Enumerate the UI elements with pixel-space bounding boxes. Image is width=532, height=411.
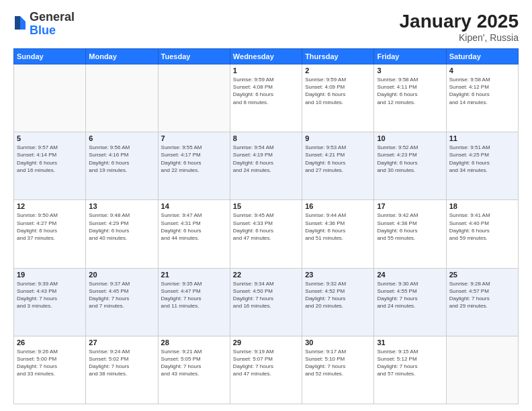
- day-number: 7: [161, 134, 227, 142]
- day-info: Sunrise: 9:48 AMSunset: 4:29 PMDaylight:…: [89, 212, 154, 242]
- day-number: 6: [89, 134, 154, 142]
- logo-icon: [13, 15, 27, 34]
- day-info: Sunrise: 9:28 AMSunset: 4:57 PMDaylight:…: [449, 280, 515, 310]
- header-tuesday: Tuesday: [158, 49, 230, 64]
- table-cell: 26Sunrise: 9:26 AMSunset: 5:00 PMDayligh…: [14, 336, 86, 404]
- table-cell: 25Sunrise: 9:28 AMSunset: 4:57 PMDayligh…: [446, 268, 518, 336]
- header-thursday: Thursday: [302, 49, 374, 64]
- day-info: Sunrise: 9:47 AMSunset: 4:31 PMDaylight:…: [161, 212, 227, 242]
- day-info: Sunrise: 9:34 AMSunset: 4:50 PMDaylight:…: [233, 280, 299, 310]
- table-cell: 16Sunrise: 9:44 AMSunset: 4:36 PMDayligh…: [302, 200, 374, 268]
- day-info: Sunrise: 9:24 AMSunset: 5:02 PMDaylight:…: [89, 348, 154, 378]
- table-cell: [446, 336, 518, 404]
- day-number: 15: [233, 202, 299, 210]
- day-number: 19: [17, 271, 83, 279]
- day-info: Sunrise: 9:53 AMSunset: 4:21 PMDaylight:…: [305, 144, 371, 174]
- table-cell: 11Sunrise: 9:51 AMSunset: 4:25 PMDayligh…: [446, 132, 518, 200]
- table-cell: 10Sunrise: 9:52 AMSunset: 4:23 PMDayligh…: [374, 132, 446, 200]
- day-number: 8: [233, 134, 299, 142]
- day-number: 9: [305, 134, 371, 142]
- table-cell: 9Sunrise: 9:53 AMSunset: 4:21 PMDaylight…: [302, 132, 374, 200]
- day-number: 22: [233, 271, 299, 279]
- day-number: 1: [233, 66, 299, 75]
- day-number: 29: [233, 338, 299, 347]
- table-cell: 15Sunrise: 9:45 AMSunset: 4:33 PMDayligh…: [230, 200, 302, 268]
- day-info: Sunrise: 9:37 AMSunset: 4:45 PMDaylight:…: [89, 280, 154, 310]
- day-info: Sunrise: 9:35 AMSunset: 4:47 PMDaylight:…: [161, 280, 227, 310]
- table-cell: 7Sunrise: 9:55 AMSunset: 4:17 PMDaylight…: [158, 132, 230, 200]
- header-wednesday: Wednesday: [230, 49, 302, 64]
- day-info: Sunrise: 9:52 AMSunset: 4:23 PMDaylight:…: [377, 144, 443, 174]
- day-info: Sunrise: 9:45 AMSunset: 4:33 PMDaylight:…: [233, 212, 299, 242]
- day-info: Sunrise: 9:59 AMSunset: 4:08 PMDaylight:…: [233, 76, 299, 106]
- day-number: 20: [89, 271, 154, 279]
- table-cell: 27Sunrise: 9:24 AMSunset: 5:02 PMDayligh…: [86, 336, 158, 404]
- day-number: 27: [89, 338, 154, 347]
- logo-blue-text: Blue: [30, 24, 56, 37]
- table-cell: [14, 64, 86, 132]
- week-row-0: 1Sunrise: 9:59 AMSunset: 4:08 PMDaylight…: [14, 64, 519, 132]
- table-cell: 22Sunrise: 9:34 AMSunset: 4:50 PMDayligh…: [230, 268, 302, 336]
- day-number: 5: [17, 134, 83, 142]
- table-cell: 20Sunrise: 9:37 AMSunset: 4:45 PMDayligh…: [86, 268, 158, 336]
- header-sunday: Sunday: [14, 49, 86, 64]
- day-number: 24: [377, 271, 443, 279]
- header-saturday: Saturday: [446, 49, 518, 64]
- table-cell: 18Sunrise: 9:41 AMSunset: 4:40 PMDayligh…: [446, 200, 518, 268]
- day-number: 31: [377, 338, 443, 347]
- day-info: Sunrise: 9:30 AMSunset: 4:55 PMDaylight:…: [377, 280, 443, 310]
- day-info: Sunrise: 9:57 AMSunset: 4:14 PMDaylight:…: [17, 144, 83, 174]
- day-number: 10: [377, 134, 443, 142]
- table-cell: 1Sunrise: 9:59 AMSunset: 4:08 PMDaylight…: [230, 64, 302, 132]
- title-block: January 2025 Kipen', Russia: [400, 11, 519, 43]
- day-info: Sunrise: 9:17 AMSunset: 5:10 PMDaylight:…: [305, 348, 371, 378]
- table-cell: 28Sunrise: 9:21 AMSunset: 5:05 PMDayligh…: [158, 336, 230, 404]
- table-cell: 30Sunrise: 9:17 AMSunset: 5:10 PMDayligh…: [302, 336, 374, 404]
- svg-rect-2: [15, 16, 20, 30]
- day-number: 26: [17, 338, 83, 347]
- table-cell: 13Sunrise: 9:48 AMSunset: 4:29 PMDayligh…: [86, 200, 158, 268]
- page: General Blue January 2025 Kipen', Russia…: [0, 0, 532, 411]
- day-info: Sunrise: 9:54 AMSunset: 4:19 PMDaylight:…: [233, 144, 299, 174]
- day-info: Sunrise: 9:39 AMSunset: 4:43 PMDaylight:…: [17, 280, 83, 310]
- header-monday: Monday: [86, 49, 158, 64]
- header-friday: Friday: [374, 49, 446, 64]
- table-cell: 14Sunrise: 9:47 AMSunset: 4:31 PMDayligh…: [158, 200, 230, 268]
- week-row-3: 19Sunrise: 9:39 AMSunset: 4:43 PMDayligh…: [14, 268, 519, 336]
- day-info: Sunrise: 9:55 AMSunset: 4:17 PMDaylight:…: [161, 144, 227, 174]
- table-cell: 12Sunrise: 9:50 AMSunset: 4:27 PMDayligh…: [14, 200, 86, 268]
- svg-marker-1: [20, 21, 26, 30]
- table-cell: 21Sunrise: 9:35 AMSunset: 4:47 PMDayligh…: [158, 268, 230, 336]
- day-number: 14: [161, 202, 227, 210]
- table-cell: 4Sunrise: 9:58 AMSunset: 4:12 PMDaylight…: [446, 64, 518, 132]
- week-row-2: 12Sunrise: 9:50 AMSunset: 4:27 PMDayligh…: [14, 200, 519, 268]
- table-cell: 29Sunrise: 9:19 AMSunset: 5:07 PMDayligh…: [230, 336, 302, 404]
- weekday-header-row: Sunday Monday Tuesday Wednesday Thursday…: [14, 49, 519, 64]
- table-cell: [86, 64, 158, 132]
- day-number: 4: [449, 66, 515, 75]
- day-info: Sunrise: 9:26 AMSunset: 5:00 PMDaylight:…: [17, 348, 83, 378]
- table-cell: 24Sunrise: 9:30 AMSunset: 4:55 PMDayligh…: [374, 268, 446, 336]
- table-cell: 6Sunrise: 9:56 AMSunset: 4:16 PMDaylight…: [86, 132, 158, 200]
- calendar-table: Sunday Monday Tuesday Wednesday Thursday…: [13, 48, 519, 404]
- svg-marker-0: [20, 16, 26, 21]
- day-number: 2: [305, 66, 371, 75]
- table-cell: 8Sunrise: 9:54 AMSunset: 4:19 PMDaylight…: [230, 132, 302, 200]
- table-cell: 23Sunrise: 9:32 AMSunset: 4:52 PMDayligh…: [302, 268, 374, 336]
- month-title: January 2025: [400, 11, 519, 32]
- day-info: Sunrise: 9:50 AMSunset: 4:27 PMDaylight:…: [17, 212, 83, 242]
- day-info: Sunrise: 9:19 AMSunset: 5:07 PMDaylight:…: [233, 348, 299, 378]
- week-row-4: 26Sunrise: 9:26 AMSunset: 5:00 PMDayligh…: [14, 336, 519, 404]
- day-number: 11: [449, 134, 515, 142]
- day-number: 12: [17, 202, 83, 210]
- table-cell: 17Sunrise: 9:42 AMSunset: 4:38 PMDayligh…: [374, 200, 446, 268]
- day-info: Sunrise: 9:58 AMSunset: 4:11 PMDaylight:…: [377, 76, 443, 106]
- day-info: Sunrise: 9:58 AMSunset: 4:12 PMDaylight:…: [449, 76, 515, 106]
- table-cell: 5Sunrise: 9:57 AMSunset: 4:14 PMDaylight…: [14, 132, 86, 200]
- table-cell: 19Sunrise: 9:39 AMSunset: 4:43 PMDayligh…: [14, 268, 86, 336]
- day-info: Sunrise: 9:42 AMSunset: 4:38 PMDaylight:…: [377, 212, 443, 242]
- day-info: Sunrise: 9:32 AMSunset: 4:52 PMDaylight:…: [305, 280, 371, 310]
- day-number: 13: [89, 202, 154, 210]
- day-number: 28: [161, 338, 227, 347]
- week-row-1: 5Sunrise: 9:57 AMSunset: 4:14 PMDaylight…: [14, 132, 519, 200]
